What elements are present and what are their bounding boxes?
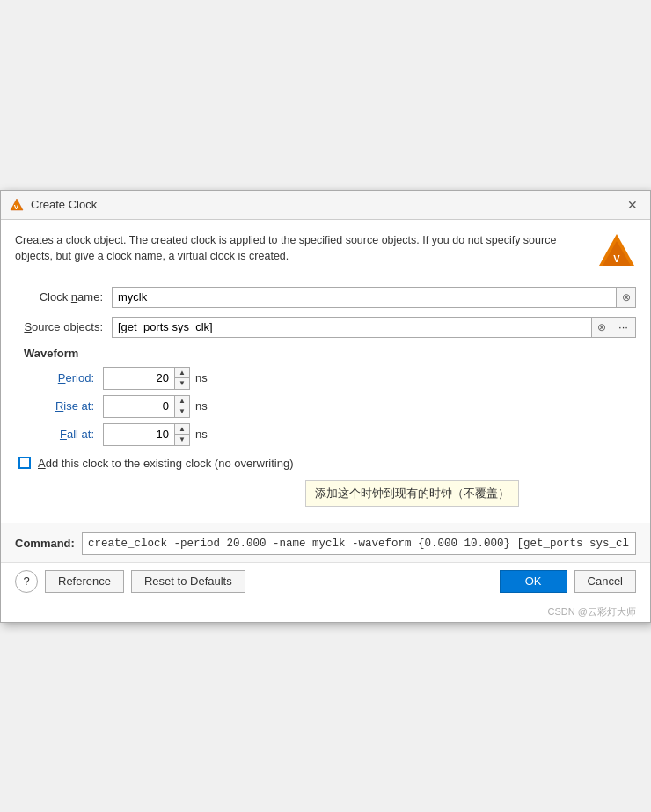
source-objects-clear-button[interactable]: ⊗ (592, 317, 611, 338)
description-area: Creates a clock object. The created cloc… (15, 232, 636, 271)
fall-spinner: ▲ ▼ (103, 423, 190, 446)
close-button[interactable]: ✕ (624, 196, 641, 214)
svg-text:V: V (613, 253, 620, 264)
fall-input[interactable] (104, 424, 174, 445)
dialog-title: Create Clock (31, 198, 97, 211)
create-clock-dialog: V Create Clock ✕ Creates a clock object.… (0, 190, 651, 623)
fall-down-button[interactable]: ▼ (175, 435, 189, 445)
source-objects-input[interactable] (112, 317, 592, 338)
rise-unit: ns (195, 399, 208, 413)
cancel-button[interactable]: Cancel (574, 570, 636, 593)
command-row: Command: (15, 532, 636, 555)
clock-name-input[interactable] (112, 287, 617, 308)
rise-spinner: ▲ ▼ (103, 395, 190, 418)
period-label[interactable]: Period: (24, 371, 103, 384)
rise-down-button[interactable]: ▼ (175, 406, 189, 417)
add-clock-checkbox[interactable] (18, 457, 31, 469)
rise-row: Rise at: ▲ ▼ ns (24, 395, 636, 418)
clock-name-label: Clock name: (15, 290, 112, 304)
rise-label[interactable]: Rise at: (24, 399, 103, 413)
period-up-button[interactable]: ▲ (175, 368, 189, 378)
fall-spinner-buttons: ▲ ▼ (174, 424, 189, 445)
dialog-body: Creates a clock object. The created cloc… (1, 220, 650, 523)
source-objects-row: Source objects: ⊗ ··· (15, 317, 636, 338)
rise-spinner-buttons: ▲ ▼ (174, 396, 189, 417)
fall-row: Fall at: ▲ ▼ ns (24, 423, 636, 446)
waveform-title: Waveform (24, 347, 636, 360)
rise-input[interactable] (104, 396, 174, 417)
command-input[interactable] (82, 532, 636, 555)
period-unit: ns (195, 371, 208, 384)
add-clock-checkbox-row: Add this clock to the existing clock (no… (18, 457, 636, 470)
reset-defaults-button[interactable]: Reset to Defaults (131, 570, 245, 593)
period-input[interactable] (104, 368, 174, 389)
period-spinner: ▲ ▼ (103, 367, 190, 390)
command-section: Command: (1, 523, 650, 562)
watermark: CSDN @云彩灯大师 (1, 604, 650, 622)
button-row: ? Reference Reset to Defaults OK Cancel (1, 562, 650, 604)
waveform-section: Waveform Period: ▲ ▼ ns Rise at: (24, 347, 636, 446)
brand-logo: V (597, 232, 636, 271)
title-bar: V Create Clock ✕ (1, 191, 650, 220)
command-label: Command: (15, 537, 75, 550)
app-icon: V (10, 198, 24, 212)
tooltip-box: 添加这个时钟到现有的时钟（不覆盖） (305, 480, 519, 507)
ok-button[interactable]: OK (500, 570, 567, 593)
reference-button[interactable]: Reference (45, 570, 124, 593)
help-button[interactable]: ? (15, 570, 38, 593)
source-objects-label: Source objects: (15, 320, 112, 333)
add-clock-label[interactable]: Add this clock to the existing clock (no… (38, 457, 293, 470)
rise-up-button[interactable]: ▲ (175, 396, 189, 406)
source-objects-browse-button[interactable]: ··· (611, 317, 636, 338)
svg-text:V: V (14, 203, 19, 211)
period-spinner-buttons: ▲ ▼ (174, 368, 189, 389)
title-bar-left: V Create Clock (10, 198, 97, 212)
fall-up-button[interactable]: ▲ (175, 424, 189, 435)
fall-unit: ns (195, 428, 208, 441)
period-down-button[interactable]: ▼ (175, 378, 189, 389)
clock-name-clear-button[interactable]: ⊗ (617, 287, 636, 308)
description-text: Creates a clock object. The created cloc… (15, 232, 587, 266)
clock-name-row: Clock name: ⊗ (15, 287, 636, 308)
fall-label[interactable]: Fall at: (24, 428, 103, 441)
period-row: Period: ▲ ▼ ns (24, 367, 636, 390)
